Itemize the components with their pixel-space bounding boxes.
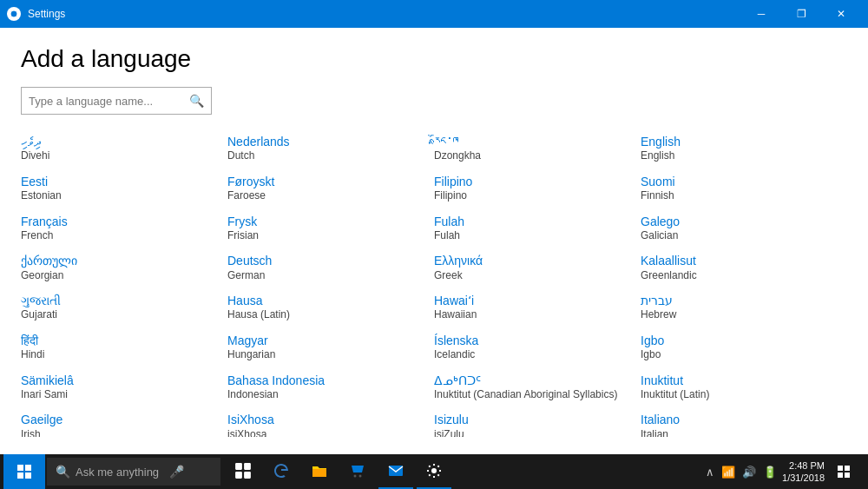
language-item[interactable]: FøroysktFaroese [227,169,434,208]
language-name: हिंदी [21,333,220,348]
start-button[interactable] [3,454,45,489]
language-name: ქართული [21,253,220,268]
language-native: English [641,149,840,163]
language-item[interactable]: हिंदीHindi [21,327,227,367]
svg-rect-16 [845,472,850,478]
language-native: Hausa (Latin) [227,308,427,322]
language-item[interactable]: InuktitutInuktitut (Latin) [641,367,847,407]
language-item[interactable]: EestiEstonian [21,169,227,208]
system-tray: ∧ 📶 🔊 🔋 [706,466,777,479]
language-native: French [21,229,220,243]
language-item[interactable]: MagyarHungarian [227,327,434,367]
language-name: IsiXhosa [227,412,427,427]
language-item[interactable]: FryskFrisian [227,208,434,248]
language-item[interactable]: GalegoGalician [641,208,847,248]
time-display: 2:48 PM [782,459,825,472]
svg-rect-4 [25,472,31,479]
settings-taskbar-button[interactable] [417,454,451,489]
language-item[interactable]: DeutschGerman [227,248,434,287]
close-button[interactable]: ✕ [821,0,861,28]
taskbar: 🔍 Ask me anything 🎤 [0,454,868,489]
language-native: Italian [641,428,840,437]
svg-rect-15 [838,472,843,478]
language-item[interactable]: IsizuluisiZulu [434,406,641,437]
taskbar-search-icon: 🔍 [56,465,70,479]
title-bar: Settings ─ ❐ ✕ [0,0,868,28]
restore-button[interactable]: ❐ [781,0,821,28]
language-item[interactable]: ქართულიGeorgian [21,248,227,287]
language-item[interactable]: ᐃᓄᒃᑎᑐᑦInuktitut (Canadian Aboriginal Syl… [434,367,641,407]
svg-rect-1 [17,465,23,471]
window-title: Settings [28,8,65,20]
chevron-up-icon[interactable]: ∧ [706,466,714,479]
language-item[interactable]: ΕλληνικάGreek [434,248,641,287]
language-item[interactable]: FulahFulah [434,208,641,248]
language-native: Estonian [21,189,220,203]
search-icon: 🔍 [189,94,204,108]
notification-center-button[interactable] [830,454,858,489]
language-name: Igbo [641,333,840,348]
language-native: Dutch [227,149,427,163]
language-item[interactable]: HawaiʻiHawaiian [434,287,641,327]
language-item[interactable]: EnglishEnglish [641,129,847,169]
task-view-button[interactable] [226,454,260,489]
language-native: Dzongkha [434,149,634,163]
language-item[interactable]: KalaallisutGreenlandic [641,248,847,287]
language-item[interactable]: SuomiFinnish [641,169,847,208]
network-icon[interactable]: 📶 [721,466,735,479]
language-name: Nederlands [227,134,427,149]
language-name: Fulah [434,214,634,229]
svg-rect-8 [244,472,251,479]
language-item[interactable]: FrançaisFrench [21,208,227,248]
language-item[interactable]: ÍslenskaIcelandic [434,327,641,367]
battery-icon[interactable]: 🔋 [763,466,777,479]
language-name: Isizulu [434,412,634,427]
language-name: ދިވެހި [21,134,220,149]
language-native: Fulah [434,229,634,243]
search-input[interactable] [29,95,189,108]
file-explorer-button[interactable] [302,454,337,489]
language-native: Hebrew [641,308,840,322]
language-native: isiZulu [434,428,634,437]
language-name: Eesti [21,174,220,189]
language-native: Igbo [641,348,840,362]
language-native: Georgian [21,269,220,283]
language-item[interactable]: FilipinoFilipino [434,169,641,208]
language-native: Hawaiian [434,308,634,322]
language-item[interactable]: IgboIgbo [641,327,847,367]
language-name: Hawaiʻi [434,293,634,308]
language-native: Faroese [227,189,427,203]
language-item[interactable]: རྫོང་ཁDzongkha [434,129,641,169]
page-title: Add a language [21,45,847,73]
svg-rect-13 [838,466,843,471]
language-native: Hindi [21,348,220,362]
language-item[interactable]: ગુજરાતીGujarati [21,287,227,327]
language-item[interactable]: עבריתHebrew [641,287,847,327]
mail-button[interactable] [378,454,413,489]
language-item[interactable]: HausaHausa (Latin) [227,287,434,327]
language-item[interactable]: ItalianoItalian [641,406,847,437]
language-native: Gujarati [21,308,220,322]
language-native: isiXhosa [227,428,427,437]
language-native: Frisian [227,229,427,243]
language-item[interactable]: SämikielâInari Sami [21,367,227,407]
edge-button[interactable] [264,454,299,489]
language-native: Irish [21,428,220,437]
language-item[interactable]: ދިވެހިDivehi [21,129,227,169]
taskbar-search[interactable]: 🔍 Ask me anything 🎤 [47,458,220,486]
volume-icon[interactable]: 🔊 [742,466,756,479]
microphone-icon: 🎤 [169,465,184,479]
svg-point-10 [359,475,362,478]
language-item[interactable]: NederlandsDutch [227,129,434,169]
language-item[interactable]: GaeilgeIrish [21,406,227,437]
svg-rect-7 [235,472,242,479]
language-item[interactable]: Bahasa IndonesiaIndonesian [227,367,434,407]
store-button[interactable] [340,454,375,489]
language-name: Sämikielâ [21,373,220,388]
language-item[interactable]: IsiXhosaisiXhosa [227,406,434,437]
minimize-button[interactable]: ─ [741,0,781,28]
clock[interactable]: 2:48 PM 1/31/2018 [782,459,825,485]
search-box[interactable]: 🔍 [21,87,212,115]
title-bar-left: Settings [7,7,65,21]
language-native: Filipino [434,189,634,203]
